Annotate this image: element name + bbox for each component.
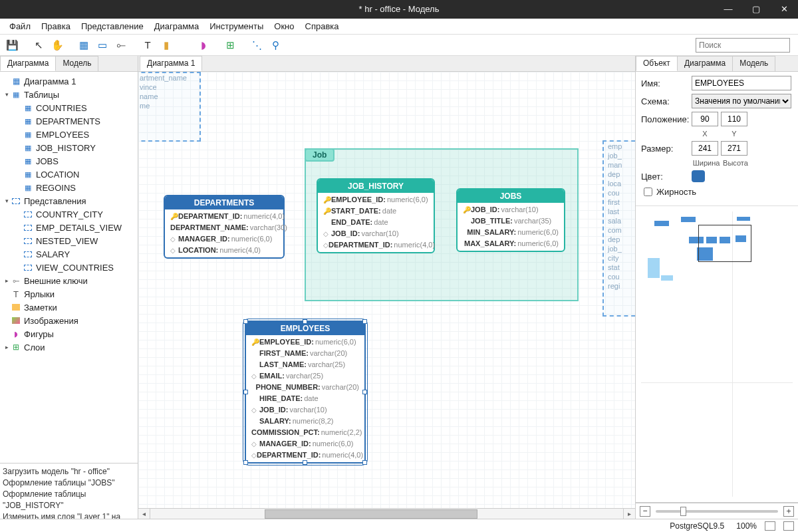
window-close-icon[interactable]: ✕ bbox=[770, 0, 798, 19]
prop-schema-label: Схема: bbox=[641, 96, 692, 106]
entity-departments[interactable]: DEPARTMENTS 🔑DEPARTMENT_ID: numeric(4,0)… bbox=[164, 195, 285, 259]
right-panel: Объект Диаграмма Модель Имя: Схема: Знач… bbox=[635, 56, 798, 519]
status-bar: PostgreSQL9.5 100% bbox=[0, 519, 798, 532]
zoom-out-icon[interactable]: − bbox=[640, 506, 650, 517]
ghost-view-right[interactable]: empjob_ mandep locacou firstlast salacom… bbox=[602, 140, 635, 317]
find-icon[interactable]: ⚲ bbox=[267, 37, 283, 53]
prop-schema-select[interactable]: Значения по умолчанию bbox=[692, 94, 791, 108]
tree-view-item[interactable]: COUNTRY_CITY bbox=[0, 207, 138, 221]
window-title: * hr - office - Модель bbox=[0, 0, 798, 19]
tree-view-item[interactable]: NESTED_VIEW bbox=[0, 234, 138, 247]
history-log: Загрузить модель "hr - office" Оформлени… bbox=[0, 463, 138, 519]
center-panel: Диаграмма 1 artment_name vince name me e… bbox=[138, 56, 635, 519]
tree-view-item[interactable]: SALARY bbox=[0, 247, 138, 261]
search-input-wrap bbox=[696, 38, 790, 53]
menu-help[interactable]: Справка bbox=[300, 21, 344, 31]
tab-model[interactable]: Модель bbox=[55, 56, 98, 71]
entity-title: EMPLOYEES bbox=[246, 322, 364, 335]
prop-w-input[interactable] bbox=[692, 141, 718, 156]
history-line: Загрузить модель "hr - office" bbox=[3, 466, 135, 477]
tree-shapes[interactable]: ◗Фигуры bbox=[0, 327, 138, 340]
tree-tables[interactable]: ▾▦Таблицы bbox=[0, 88, 138, 101]
tree-labels[interactable]: TЯрлыки bbox=[0, 287, 138, 301]
tree-table-item[interactable]: ▦COUNTRIES bbox=[0, 101, 138, 114]
history-line: Оформление таблицы "JOB_HISTORY" bbox=[3, 489, 135, 511]
menu-tools[interactable]: Инструменты bbox=[204, 21, 269, 31]
label-icon[interactable]: T bbox=[140, 37, 156, 53]
menu-edit[interactable]: Правка bbox=[36, 21, 76, 31]
canvas-hscroll[interactable]: ◂ ▸ bbox=[138, 508, 635, 519]
table-icon[interactable]: ▦ bbox=[76, 37, 92, 53]
layer-icon[interactable]: ⊞ bbox=[222, 37, 238, 53]
tree-table-item[interactable]: ▦LOCATION bbox=[0, 168, 138, 181]
image-icon[interactable] bbox=[177, 37, 193, 53]
window-min-icon[interactable]: — bbox=[714, 0, 742, 19]
status-icon[interactable] bbox=[783, 521, 794, 531]
right-tabs: Объект Диаграмма Модель bbox=[636, 56, 798, 72]
prop-h-input[interactable] bbox=[721, 141, 747, 156]
prop-bold-label: Жирность bbox=[656, 187, 696, 197]
tree: ▦Диаграмма 1 ▾▦Таблицы ▦COUNTRIES ▦DEPAR… bbox=[0, 72, 138, 463]
history-line: Оформление таблицы "JOBS" bbox=[3, 477, 135, 489]
canvas-tab[interactable]: Диаграмма 1 bbox=[140, 56, 202, 71]
prop-bold-check[interactable] bbox=[644, 188, 652, 196]
zoom-row: − ＋ bbox=[636, 503, 798, 519]
rtab-object[interactable]: Объект bbox=[636, 56, 678, 71]
prop-y-input[interactable] bbox=[721, 112, 747, 126]
tree-fkeys[interactable]: ▸⟜Внешние ключи bbox=[0, 274, 138, 287]
tree-images[interactable]: Изображения bbox=[0, 314, 138, 327]
prop-name-label: Имя: bbox=[641, 78, 692, 88]
search-input[interactable] bbox=[696, 38, 790, 53]
tree-diagram[interactable]: ▦Диаграмма 1 bbox=[0, 74, 138, 88]
shape-icon[interactable]: ◗ bbox=[196, 37, 211, 53]
ghost-view-left[interactable]: artment_name vince name me bbox=[138, 72, 201, 142]
menu-window[interactable]: Окно bbox=[269, 21, 299, 31]
color-swatch[interactable] bbox=[692, 170, 705, 182]
tree-notes[interactable]: Заметки bbox=[0, 301, 138, 314]
menu-file[interactable]: Файл bbox=[4, 21, 36, 31]
zoom-in-icon[interactable]: ＋ bbox=[783, 506, 794, 517]
tree-table-item[interactable]: ▦EMPLOYEES bbox=[0, 128, 138, 141]
view-icon[interactable]: ▭ bbox=[94, 37, 110, 53]
tree-view-item[interactable]: VIEW_COUNTRIES bbox=[0, 261, 138, 274]
tree-layers[interactable]: ▸⊞Слои bbox=[0, 340, 138, 354]
left-panel: Диаграмма Модель ▦Диаграмма 1 ▾▦Таблицы … bbox=[0, 56, 138, 519]
tree-table-item[interactable]: ▦DEPARTMENTS bbox=[0, 114, 138, 128]
tree-table-item[interactable]: ▦JOB_HISTORY bbox=[0, 141, 138, 154]
canvas[interactable]: artment_name vince name me empjob_ mande… bbox=[138, 72, 635, 508]
canvas-tabs: Диаграмма 1 bbox=[138, 56, 635, 72]
entity-job-history[interactable]: JOB_HISTORY 🔑EMPLOYEE_ID: numeric(6,0)🔑S… bbox=[317, 178, 435, 253]
main: Диаграмма Модель ▦Диаграмма 1 ▾▦Таблицы … bbox=[0, 56, 798, 519]
autolayout-icon[interactable]: ⋱ bbox=[249, 37, 265, 53]
status-zoom: 100% bbox=[736, 521, 757, 531]
properties: Имя: Схема: Значения по умолчанию Положе… bbox=[636, 72, 798, 206]
menu-view[interactable]: Представление bbox=[76, 21, 149, 31]
titlebar: * hr - office - Модель — ▢ ✕ bbox=[0, 0, 798, 19]
tree-view-item[interactable]: EMP_DETAILS_VIEW bbox=[0, 221, 138, 234]
prop-color-label: Цвет: bbox=[641, 172, 692, 182]
hand-icon[interactable]: ✋ bbox=[49, 37, 65, 53]
entity-employees[interactable]: EMPLOYEES 🔑EMPLOYEE_ID: numeric(6,0)FIRS… bbox=[245, 321, 366, 464]
prop-pos-label: Положение: bbox=[641, 114, 692, 124]
prop-size-label: Размер: bbox=[641, 144, 692, 154]
menu-diagram[interactable]: Диаграмма bbox=[149, 21, 205, 31]
rtab-diagram[interactable]: Диаграмма bbox=[677, 56, 733, 71]
zoom-slider[interactable] bbox=[656, 510, 778, 513]
pointer-icon[interactable]: ↖ bbox=[31, 37, 47, 53]
tab-diagram[interactable]: Диаграмма bbox=[0, 56, 56, 71]
window-max-icon[interactable]: ▢ bbox=[742, 0, 770, 19]
rtab-model[interactable]: Модель bbox=[732, 56, 775, 71]
note-icon[interactable]: ▮ bbox=[158, 37, 174, 53]
prop-name-input[interactable] bbox=[692, 76, 791, 90]
save-icon[interactable]: 💾 bbox=[4, 37, 20, 53]
fkey-icon[interactable]: ⟜ bbox=[113, 37, 129, 53]
tree-table-item[interactable]: ▦REGOINS bbox=[0, 181, 138, 194]
menubar: Файл Правка Представление Диаграмма Инст… bbox=[0, 19, 798, 35]
prop-x-input[interactable] bbox=[692, 112, 718, 126]
minimap[interactable] bbox=[636, 206, 798, 503]
tree-table-item[interactable]: ▦JOBS bbox=[0, 154, 138, 168]
tree-views[interactable]: ▾Представления bbox=[0, 194, 138, 207]
status-icon[interactable] bbox=[765, 521, 775, 531]
canvas-wrap[interactable]: artment_name vince name me empjob_ mande… bbox=[138, 72, 635, 508]
entity-jobs[interactable]: JOBS 🔑JOB_ID: varchar(10)JOB_TITLE: varc… bbox=[456, 188, 565, 252]
